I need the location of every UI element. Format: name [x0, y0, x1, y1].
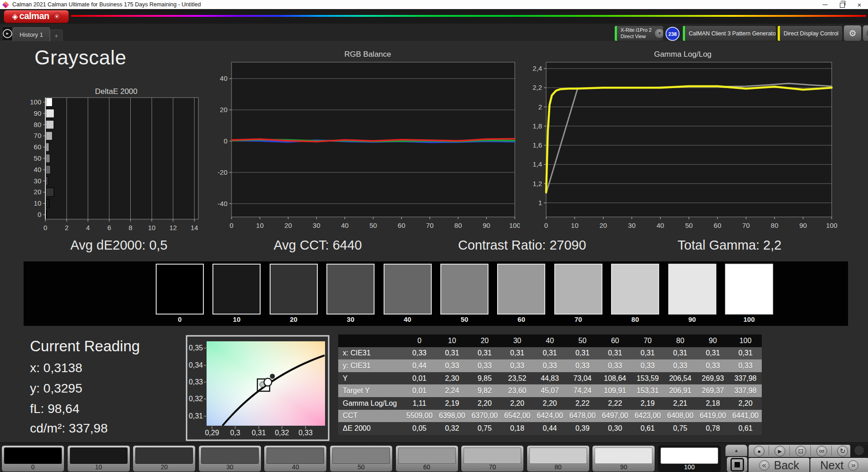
cell-value: 23,60 — [501, 387, 533, 395]
level-patch — [4, 447, 62, 464]
svg-text:0,3: 0,3 — [230, 429, 240, 437]
refresh-button[interactable]: ↻ — [837, 446, 848, 457]
y-tick-label: 50 — [34, 154, 41, 162]
cell-value: 153,31 — [631, 387, 664, 395]
column-header: 50 — [566, 337, 599, 345]
level-button-100[interactable]: 100 — [658, 445, 721, 472]
expand-side-panel-button[interactable]: ▶ — [2, 26, 13, 41]
row-label: Y — [338, 374, 403, 383]
back-button[interactable]: « Back — [748, 457, 810, 472]
contrast-ratio-value: Contrast Ratio: 27090 — [458, 238, 586, 253]
calman-app-window: Calman 2021 Calman Ultimate for Business… — [0, 0, 868, 472]
stop-button[interactable]: ■ — [754, 446, 764, 457]
table-row-y: Y0,012,309,8523,5244,8373,04108,64153,59… — [338, 372, 762, 385]
cell-value: 2,24 — [436, 387, 469, 395]
close-icon: × — [858, 1, 862, 8]
title-bar: Calman 2021 Calman Ultimate for Business… — [0, 0, 868, 9]
level-button-80[interactable]: 80 — [527, 445, 590, 472]
gray-patch-30 — [326, 264, 375, 315]
reading-y: y: 0,3295 — [30, 381, 82, 396]
y-tick-label: 40 — [220, 74, 227, 82]
pattern-window-toggle-button[interactable] — [726, 457, 748, 472]
loop-infinity-button[interactable]: ∞ — [816, 446, 827, 457]
collapse-right-panel-button[interactable]: ◀ — [863, 25, 868, 41]
cie-chromaticity-chart: 0,35 0,34 0,33 0,32 0,31 0,29 0,3 0,31 0… — [186, 335, 330, 441]
tab-history-1[interactable]: History 1 — [13, 27, 50, 41]
minimize-button[interactable] — [816, 0, 833, 9]
cell-value: 0,33 — [696, 362, 729, 370]
level-button-90[interactable]: 90 — [592, 445, 655, 472]
cell-value: 6478,00 — [566, 412, 599, 420]
gray-patch-label: 10 — [212, 315, 261, 323]
gray-patch-label: 0 — [156, 315, 204, 323]
cell-value: 0,33 — [533, 362, 566, 370]
meter-dropdown[interactable]: X-Rite i1Pro 2 Direct View ▼ — [614, 25, 664, 41]
level-patch — [529, 447, 587, 464]
cell-value: 6408,00 — [664, 412, 697, 420]
pattern-window-icon: ⊡ — [798, 447, 804, 455]
add-tab-button[interactable]: + — [50, 30, 63, 41]
calman-menu-button[interactable]: ◈ calman ▼ — [4, 10, 69, 23]
display-control-dropdown[interactable]: Direct Display Control ▼ — [777, 25, 843, 41]
level-button-30[interactable]: 30 — [198, 445, 261, 472]
settings-button[interactable]: ⚙ — [843, 25, 862, 41]
row-label: Gamma Log/Log — [338, 399, 403, 408]
deltae-2000-chart: 100908070605040302010002468101214 — [25, 93, 204, 234]
pattern-generator-dropdown[interactable]: CalMAN Client 3 Pattern Generator ▼ — [682, 25, 776, 41]
cell-value: 337,98 — [729, 387, 762, 395]
cell-value: 0,75 — [664, 424, 697, 433]
cell-value: 206,54 — [664, 374, 697, 383]
play-button[interactable]: ▶ — [774, 446, 785, 457]
level-button-70[interactable]: 70 — [461, 445, 524, 472]
table-row-target-y: Target Y0,012,249,8223,6045,0774,24109,9… — [338, 384, 762, 397]
gray-patch-label: 20 — [270, 315, 318, 323]
cell-value: 6423,00 — [631, 412, 664, 420]
close-button[interactable]: × — [851, 0, 868, 9]
level-button-10[interactable]: 10 — [67, 445, 130, 472]
x-tick-label: 0 — [44, 224, 47, 231]
column-header: 80 — [664, 337, 697, 345]
level-button-50[interactable]: 50 — [330, 445, 393, 472]
reading-cdm2: cd/m²: 337,98 — [30, 421, 108, 436]
collapse-bottom-panel-button[interactable]: ▲ — [725, 444, 748, 457]
level-patch — [661, 447, 718, 464]
total-gamma-value: Total Gamma: 2,2 — [678, 238, 782, 253]
maximize-icon — [840, 3, 845, 8]
cell-value: 2,21 — [664, 399, 697, 408]
gray-patch-label: 80 — [611, 315, 659, 323]
y-tick-label: 2 — [538, 103, 542, 111]
pattern-window-button[interactable]: ⊡ — [795, 446, 806, 457]
cell-value: 6424,00 — [533, 412, 566, 420]
cell-value: 0,44 — [533, 424, 566, 433]
deltae-bar — [46, 188, 54, 197]
gray-patch-label: 40 — [384, 315, 432, 323]
cell-value: 0,31 — [566, 349, 599, 357]
cell-value: 153,59 — [631, 374, 664, 383]
level-button-60[interactable]: 60 — [395, 445, 459, 472]
y-tick-label: 30 — [34, 177, 41, 185]
chevron-up-icon: ▲ — [734, 448, 739, 453]
x-tick-label: 0 — [230, 221, 233, 229]
column-header: 70 — [631, 337, 664, 345]
deltae-bar — [46, 143, 49, 152]
reading-fl: fL: 98,64 — [30, 402, 79, 416]
level-label: 60 — [396, 463, 458, 471]
svg-text:0,31: 0,31 — [189, 412, 203, 420]
next-button[interactable]: Next » — [810, 457, 868, 472]
level-button-20[interactable]: 20 — [133, 445, 196, 472]
maximize-button[interactable] — [833, 0, 851, 9]
y-tick-label: 10 — [34, 199, 41, 207]
x-tick-label: 6 — [107, 224, 111, 231]
y-tick-label: 20 — [34, 188, 41, 196]
table-row--e-2000: ΔE 20000,050,320,750,180,440,390,300,610… — [338, 422, 762, 435]
chevron-down-icon: ▼ — [841, 28, 843, 39]
cell-value: 2,18 — [696, 399, 729, 408]
level-button-0[interactable]: 0 — [1, 445, 64, 472]
cell-value: 0,39 — [566, 424, 599, 433]
deltae-bar — [46, 120, 54, 129]
cell-value: 2,22 — [599, 399, 631, 408]
cell-value: 23,52 — [501, 374, 533, 383]
cell-value: 0,18 — [501, 424, 533, 433]
level-button-40[interactable]: 40 — [264, 445, 327, 472]
cell-value: 73,04 — [566, 374, 599, 383]
